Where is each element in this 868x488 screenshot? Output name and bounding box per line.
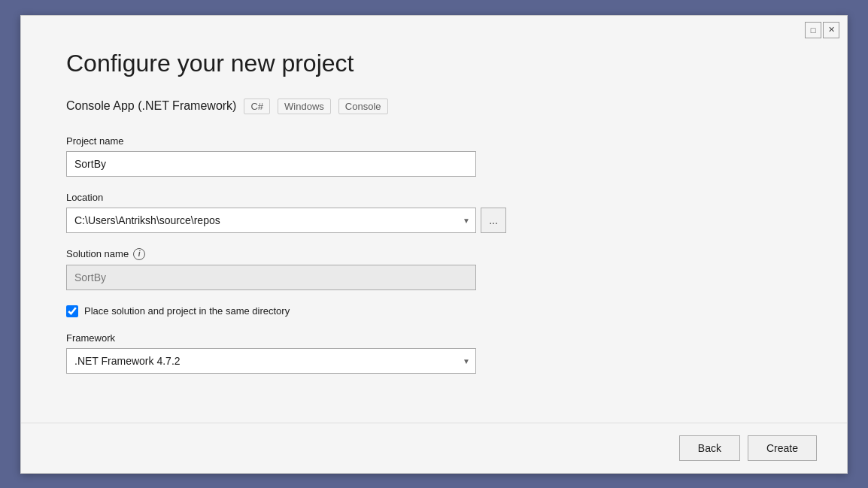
same-directory-label: Place solution and project in the same d… — [84, 305, 290, 317]
tag-console: Console — [338, 99, 388, 114]
title-bar: □ ✕ — [797, 16, 847, 44]
location-field-group: Location C:\Users\Antriksh\source\repos … — [66, 192, 802, 233]
tag-windows: Windows — [278, 99, 331, 114]
solution-name-info-icon[interactable]: i — [133, 248, 145, 260]
configure-project-window: □ ✕ Configure your new project Console A… — [20, 15, 848, 474]
same-directory-checkbox-row: Place solution and project in the same d… — [66, 305, 802, 317]
project-name-field-group: Project name — [66, 135, 802, 177]
framework-field-group: Framework .NET Framework 4.7.2 .NET Fram… — [66, 332, 802, 374]
maximize-button[interactable]: □ — [805, 22, 821, 38]
framework-label: Framework — [66, 332, 802, 344]
subtitle-row: Console App (.NET Framework) C# Windows … — [66, 99, 802, 114]
project-name-input[interactable] — [66, 151, 476, 177]
browse-button[interactable]: ... — [481, 208, 506, 233]
framework-select-wrapper: .NET Framework 4.7.2 .NET Framework 4.8 … — [66, 348, 476, 374]
location-select-wrapper: C:\Users\Antriksh\source\repos ▼ — [66, 208, 476, 233]
location-label: Location — [66, 192, 802, 203]
solution-name-label: Solution name i — [66, 248, 802, 260]
solution-name-input[interactable] — [66, 265, 476, 290]
project-name-label: Project name — [66, 135, 802, 147]
location-select[interactable]: C:\Users\Antriksh\source\repos — [66, 208, 476, 233]
bottom-bar: Back Create — [21, 423, 847, 473]
tag-csharp: C# — [244, 99, 270, 114]
same-directory-checkbox[interactable] — [66, 305, 78, 317]
back-button[interactable]: Back — [679, 435, 740, 461]
close-button[interactable]: ✕ — [823, 22, 839, 38]
solution-name-field-group: Solution name i — [66, 248, 802, 290]
create-button[interactable]: Create — [748, 435, 817, 461]
main-content: Configure your new project Console App (… — [21, 16, 847, 423]
location-row: C:\Users\Antriksh\source\repos ▼ ... — [66, 208, 802, 233]
page-title: Configure your new project — [66, 50, 802, 77]
subtitle-text: Console App (.NET Framework) — [66, 99, 236, 113]
framework-select[interactable]: .NET Framework 4.7.2 .NET Framework 4.8 … — [66, 348, 476, 374]
